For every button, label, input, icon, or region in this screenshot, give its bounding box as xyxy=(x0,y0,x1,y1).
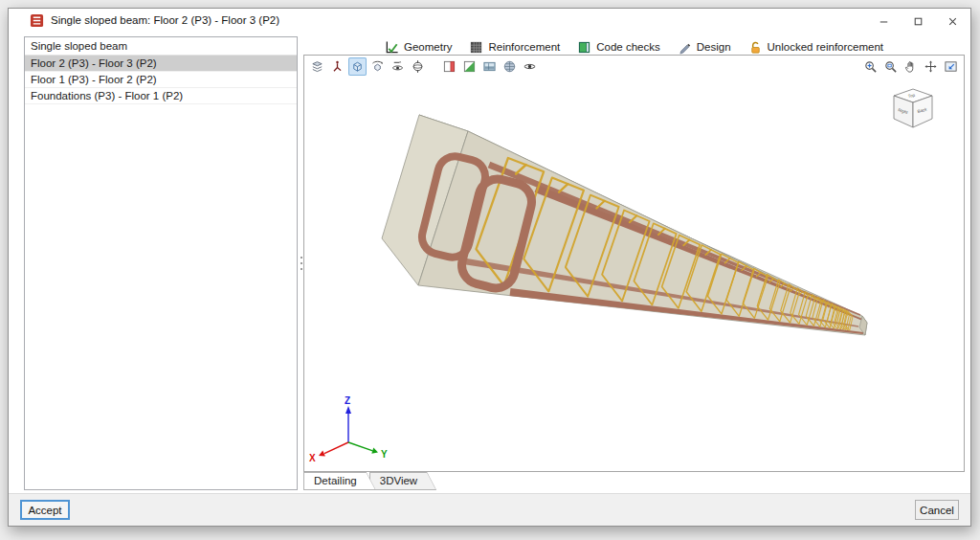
sidebar-list: Floor 2 (P3) - Floor 3 (P2)Floor 1 (P3) … xyxy=(25,56,297,104)
orbit-icon xyxy=(411,59,425,74)
toolbar-item-label: Reinforcement xyxy=(488,41,560,53)
tool-camera-view-icon[interactable] xyxy=(389,57,407,76)
toolbar-item-label: Code checks xyxy=(596,41,659,53)
shading-icon xyxy=(462,59,477,74)
tool-redraw-icon[interactable] xyxy=(308,57,326,76)
titlebar[interactable]: Single sloped beam: Floor 2 (P3) - Floor… xyxy=(9,9,970,32)
sidebar: Single sloped beam Floor 2 (P3) - Floor … xyxy=(24,36,298,490)
list-item[interactable]: Floor 2 (P3) - Floor 3 (P2) xyxy=(25,56,297,72)
tool-grid-view-icon[interactable] xyxy=(480,57,499,76)
cancel-button[interactable]: Cancel xyxy=(915,500,959,520)
toolbar-item-label: Design xyxy=(697,41,731,53)
svg-text:Y: Y xyxy=(381,449,388,460)
view-cube[interactable]: TopRightBack xyxy=(894,89,932,127)
toolbar-item-reinforcement[interactable]: Reinforcement xyxy=(469,40,560,55)
minimize-button[interactable] xyxy=(866,10,901,33)
tool-orbit-icon[interactable] xyxy=(409,57,427,76)
tab-3dview[interactable]: 3DView xyxy=(369,472,436,490)
main-toolbar: GeometryReinforcementCode checksDesignUn… xyxy=(303,38,965,56)
axes-triad: ZXY xyxy=(309,395,388,463)
reinforcement-icon xyxy=(469,40,483,55)
toolbar-item-geometry[interactable]: Geometry xyxy=(385,40,453,55)
tool-view-cube-icon[interactable] xyxy=(348,57,367,76)
list-item[interactable]: Floor 1 (P3) - Floor 2 (P2) xyxy=(25,72,297,88)
dialog-window: Single sloped beam: Floor 2 (P3) - Floor… xyxy=(8,8,971,527)
minimize xyxy=(877,14,891,29)
sidebar-header: Single sloped beam xyxy=(25,37,297,56)
toolbar-item-label: Geometry xyxy=(404,41,453,53)
close-button[interactable] xyxy=(935,10,969,33)
toolbar-item-design[interactable]: Design xyxy=(678,40,731,55)
accept-button[interactable]: Accept xyxy=(20,500,70,520)
render-sphere-icon xyxy=(502,59,517,74)
tool-shading-icon[interactable] xyxy=(460,57,479,76)
rotate-view-icon xyxy=(370,59,385,74)
tool-render-sphere-icon[interactable] xyxy=(501,57,519,76)
tool-move-icon[interactable] xyxy=(922,57,940,76)
tool-rotate-view-icon[interactable] xyxy=(368,57,387,76)
view-toolbar xyxy=(304,56,964,77)
grid-view-icon xyxy=(482,59,497,74)
close xyxy=(946,14,960,29)
tool-section-icon[interactable] xyxy=(440,57,458,76)
app-icon xyxy=(30,13,44,28)
maximize xyxy=(911,14,925,29)
axes-figure-icon xyxy=(330,59,345,74)
list-item[interactable]: Foundations (P3) - Floor 1 (P2) xyxy=(25,88,297,104)
view-toolbar-right xyxy=(861,57,960,76)
tab-detailing[interactable]: Detailing xyxy=(303,472,376,490)
fit-view-icon xyxy=(944,59,958,74)
svg-text:X: X xyxy=(309,453,316,463)
3d-canvas[interactable]: ZXYTopRightBack xyxy=(304,56,964,471)
zoom-window-icon xyxy=(883,59,898,74)
window-title: Single sloped beam: Floor 2 (P3) - Floor… xyxy=(51,14,279,26)
redraw-icon xyxy=(310,59,324,74)
move-icon xyxy=(924,59,938,74)
tab-strip: Detailing3DView xyxy=(303,472,430,490)
visibility-icon xyxy=(523,59,537,74)
toolbar-item-unlocked-reinforcement[interactable]: Unlocked reinforcement xyxy=(748,40,883,55)
camera-view-icon xyxy=(390,59,405,74)
design-icon xyxy=(678,40,692,55)
toolbar-item-code-checks[interactable]: Code checks xyxy=(577,40,659,55)
maximize-button[interactable] xyxy=(901,10,935,33)
tool-pan-icon[interactable] xyxy=(902,57,920,76)
view-cube-icon xyxy=(350,59,365,74)
bottom-bar: Accept Cancel xyxy=(9,493,970,526)
code-checks-icon xyxy=(577,40,591,55)
zoom-all-icon xyxy=(863,59,878,74)
section-icon xyxy=(442,59,457,74)
tool-zoom-window-icon[interactable] xyxy=(881,57,900,76)
tool-visibility-icon[interactable] xyxy=(521,57,539,76)
unlocked-reinforcement-icon xyxy=(748,40,763,55)
viewport: ZXYTopRightBack xyxy=(303,55,965,472)
toolbar-item-label: Unlocked reinforcement xyxy=(768,41,883,53)
pan-icon xyxy=(903,59,918,74)
tab-label: 3DView xyxy=(380,475,417,486)
tool-zoom-all-icon[interactable] xyxy=(861,57,880,76)
svg-text:Z: Z xyxy=(345,395,350,406)
tool-fit-view-icon[interactable] xyxy=(942,57,960,76)
tool-axes-figure-icon[interactable] xyxy=(328,57,346,76)
view-toolbar-left xyxy=(308,57,539,76)
geometry-icon xyxy=(385,40,399,55)
tab-label: Detailing xyxy=(314,475,357,486)
window-controls xyxy=(866,10,969,33)
